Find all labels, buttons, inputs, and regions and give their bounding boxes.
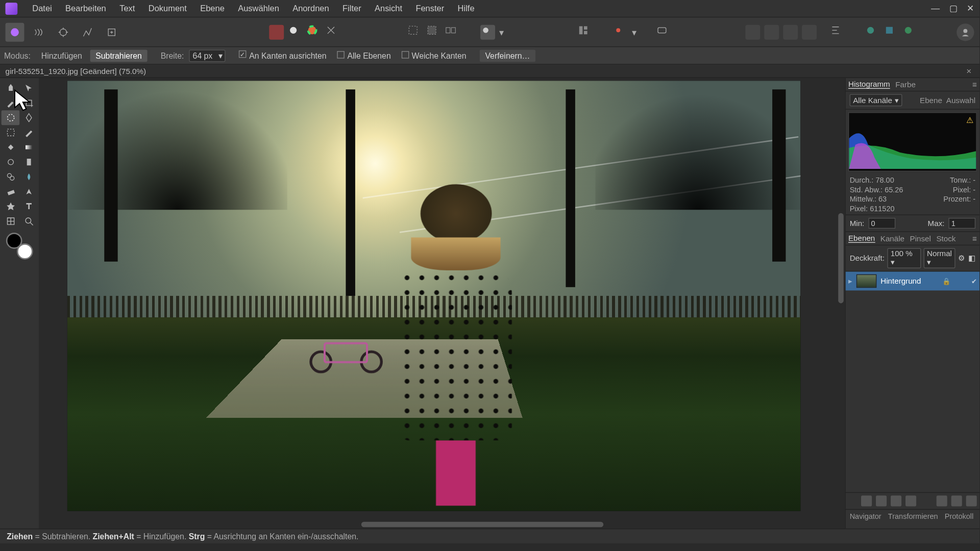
menu-auswaehlen[interactable]: Auswählen — [231, 4, 286, 13]
snap-edges-checkbox[interactable]: An Kanten ausrichten — [239, 51, 327, 61]
tool-shape-icon[interactable] — [2, 199, 20, 214]
tab-layers[interactable]: Ebenen — [848, 234, 875, 243]
toolbar-autocolor-icon[interactable] — [307, 24, 322, 39]
toolbar-arrange-icon[interactable] — [578, 24, 593, 39]
layer-expand-icon[interactable]: ▸ — [848, 277, 852, 286]
toolbar-box2-icon[interactable] — [764, 24, 779, 39]
toolbar-selection3-icon[interactable] — [446, 24, 460, 39]
width-field[interactable]: 64 px▾ — [189, 49, 226, 62]
channel-dropdown[interactable]: Alle Kanäle ▾ — [850, 94, 902, 107]
window-maximize-icon[interactable]: ▢ — [949, 4, 958, 14]
tool-paint-icon[interactable] — [19, 125, 38, 140]
menu-text[interactable]: Text — [113, 4, 142, 13]
blendmode-dropdown[interactable]: Normal ▾ — [924, 248, 955, 268]
hist-source-selection[interactable]: Auswahl — [946, 96, 975, 104]
layers-panel-menu-icon[interactable]: ≡ — [972, 234, 977, 242]
canvas-scroll-horizontal[interactable] — [361, 522, 603, 528]
soft-edges-checkbox[interactable]: Weiche Kanten — [402, 51, 467, 60]
mode-add-button[interactable]: Hinzufügen — [36, 49, 87, 62]
tool-gradient-icon[interactable] — [19, 140, 38, 155]
toolbar-box1-icon[interactable] — [745, 24, 760, 39]
account-avatar-icon[interactable] — [957, 23, 974, 40]
toolbar-box3-icon[interactable] — [783, 24, 798, 39]
tool-blur-icon[interactable] — [19, 169, 38, 184]
document-canvas[interactable] — [67, 81, 801, 511]
layer-row[interactable]: ▸ Hintergrund 🔒 ✔ — [846, 271, 979, 290]
hist-max-input[interactable] — [948, 218, 975, 229]
menu-fenster[interactable]: Fenster — [409, 4, 451, 13]
tool-zoom-icon[interactable] — [19, 214, 38, 229]
toolbar-selection2-icon[interactable] — [427, 24, 442, 39]
menu-ebene[interactable]: Ebene — [193, 4, 231, 13]
layer-add-icon[interactable] — [951, 495, 962, 506]
layer-settings-icon[interactable]: ⚙ — [958, 254, 965, 263]
menu-ansicht[interactable]: Ansicht — [368, 4, 409, 13]
toolbar-selection1-icon[interactable] — [408, 24, 423, 39]
menu-bearbeiten[interactable]: Bearbeiten — [59, 4, 113, 13]
toolbar-stock3-icon[interactable] — [903, 24, 918, 39]
menu-filter[interactable]: Filter — [336, 4, 368, 13]
window-minimize-icon[interactable]: — — [931, 4, 940, 14]
layer-fx-icon[interactable]: ◧ — [968, 254, 975, 263]
window-close-icon[interactable]: ✕ — [967, 4, 974, 14]
tool-view-icon[interactable] — [2, 81, 20, 95]
tab-stock[interactable]: Stock — [936, 234, 955, 242]
refine-button[interactable]: Verfeinern… — [480, 49, 535, 62]
tab-transform[interactable]: Transformieren — [888, 512, 938, 520]
menu-dokument[interactable]: Dokument — [142, 4, 193, 13]
menu-datei[interactable]: Datei — [26, 4, 59, 13]
layer-adjust-icon[interactable] — [876, 495, 887, 506]
tab-channels[interactable]: Kanäle — [880, 234, 904, 242]
document-tab-close-icon[interactable]: × — [964, 66, 974, 76]
toolbar-autocontrast-icon[interactable] — [269, 24, 284, 39]
opacity-field[interactable]: 100 % ▾ — [887, 248, 921, 268]
tab-history[interactable]: Protokoll — [945, 512, 973, 520]
tool-flood-select-icon[interactable] — [19, 110, 38, 125]
persona-export-icon[interactable] — [102, 22, 121, 41]
tool-marquee-icon[interactable] — [2, 125, 20, 140]
layer-mask-icon[interactable] — [861, 495, 872, 506]
layer-fx2-icon[interactable] — [891, 495, 901, 506]
toolbar-snap-dropdown-icon[interactable]: ▾ — [632, 27, 636, 37]
tool-colorpicker-icon[interactable] — [2, 95, 20, 110]
menu-anordnen[interactable]: Anordnen — [286, 4, 336, 13]
tool-fill-icon[interactable] — [2, 140, 20, 155]
persona-tonemap-icon[interactable] — [78, 22, 97, 41]
width-dropdown-icon[interactable]: ▾ — [218, 51, 223, 60]
persona-photo-icon[interactable] — [6, 22, 24, 41]
layer-crop-icon[interactable] — [905, 495, 916, 506]
hist-min-input[interactable] — [868, 218, 895, 229]
layer-lock-icon[interactable]: 🔒 — [942, 278, 950, 285]
all-layers-checkbox[interactable]: Alle Ebenen — [337, 51, 391, 60]
menu-hilfe[interactable]: Hilfe — [451, 4, 481, 13]
toolbar-autolevels-icon[interactable] — [326, 24, 340, 39]
mode-subtract-button[interactable]: Subtrahieren — [90, 49, 148, 62]
toolbar-align-icon[interactable] — [830, 24, 845, 39]
canvas-scroll-vertical[interactable] — [838, 213, 844, 304]
tool-mesh-icon[interactable] — [2, 214, 20, 229]
tool-crop-icon[interactable] — [19, 95, 38, 110]
persona-liquify-icon[interactable] — [30, 22, 48, 41]
hist-source-layer[interactable]: Ebene — [920, 96, 942, 104]
tool-dodge-icon[interactable] — [2, 155, 20, 169]
layer-delete-icon[interactable] — [966, 495, 977, 506]
tool-text-icon[interactable] — [19, 199, 38, 214]
toolbar-stock1-icon[interactable] — [865, 24, 880, 39]
tool-pen-icon[interactable] — [19, 184, 38, 199]
tool-selection-brush-icon[interactable] — [2, 110, 20, 125]
background-color-icon[interactable] — [17, 243, 33, 260]
tab-color[interactable]: Farbe — [895, 81, 916, 89]
layer-visibility-icon[interactable]: ✔ — [971, 278, 977, 285]
tab-histogram[interactable]: Histogramm — [848, 80, 890, 89]
tool-clone-icon[interactable] — [2, 169, 20, 184]
toolbar-autowhite-icon[interactable] — [288, 24, 303, 39]
tool-erase-icon[interactable] — [2, 184, 20, 199]
document-tab[interactable]: girl-535251_1920.jpg [Geändert] (75.0%) — [6, 67, 146, 75]
toolbar-box4-icon[interactable] — [802, 24, 817, 39]
tab-brushes[interactable]: Pinsel — [910, 234, 931, 242]
persona-develop-icon[interactable] — [54, 22, 72, 41]
tool-burn-icon[interactable] — [19, 155, 38, 169]
toolbar-stock2-icon[interactable] — [884, 24, 899, 39]
histogram-panel-menu-icon[interactable]: ≡ — [972, 81, 977, 89]
canvas-viewport[interactable] — [39, 78, 845, 529]
